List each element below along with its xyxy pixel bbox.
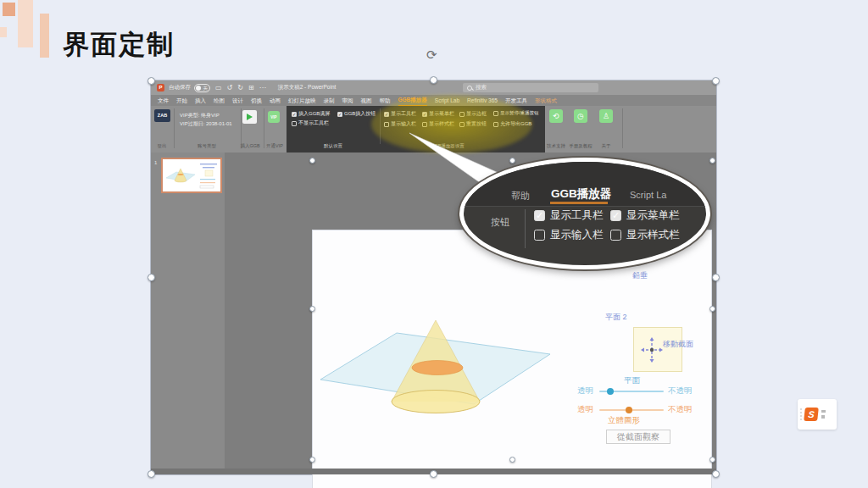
checkbox[interactable]: [292, 112, 297, 117]
checkbox[interactable]: [610, 210, 621, 221]
cone-3d-figure: [313, 307, 567, 488]
group-divider: [622, 108, 623, 148]
tab-draw[interactable]: 绘图: [214, 95, 225, 106]
tab-record[interactable]: 录制: [324, 95, 335, 106]
checkbox[interactable]: [534, 210, 545, 221]
move-section-label: 移動截面: [663, 339, 693, 350]
crosshair-icon: [641, 337, 663, 363]
tab-review[interactable]: 审阅: [342, 95, 353, 106]
default-group-label: 默认设置: [324, 143, 342, 149]
checkbox[interactable]: [610, 230, 621, 241]
powerpoint-icon: P: [157, 84, 164, 92]
selection-handle[interactable]: [430, 76, 437, 84]
selection-handle[interactable]: [712, 77, 720, 85]
callout-checkbox-show-inputbar[interactable]: 显示输入栏: [534, 228, 604, 242]
deco-bar: [40, 14, 49, 58]
tab-animations[interactable]: 动画: [270, 95, 281, 106]
vip-type-text: VIP类型: 终身VIP: [180, 112, 220, 119]
group-divider: [174, 108, 175, 148]
redo-icon[interactable]: ↻: [237, 84, 243, 92]
account-avatar[interactable]: ZAB: [154, 109, 170, 122]
autosave-toggle[interactable]: 关: [194, 84, 210, 92]
selection-handle[interactable]: [147, 470, 155, 478]
callout-checkbox-show-toolbar[interactable]: 显示工具栏: [534, 208, 604, 223]
save-icon[interactable]: ▭: [215, 84, 222, 92]
insert-ggb-button[interactable]: [242, 110, 257, 124]
object-handle[interactable]: [709, 158, 715, 164]
watermark-logo: S: [804, 408, 819, 421]
autosave-label: 自动保存: [169, 84, 191, 92]
selection-handle[interactable]: [147, 77, 155, 85]
tab-help[interactable]: 帮助: [380, 95, 391, 106]
tab-design[interactable]: 设计: [232, 95, 243, 106]
solid-slider-knob[interactable]: [626, 407, 632, 413]
deco-bar: [3, 3, 15, 16]
tab-home[interactable]: 开始: [176, 95, 187, 106]
manual-button[interactable]: ◷: [574, 109, 587, 123]
watermark-marks: [821, 410, 826, 419]
checkbox-ggb-insert-button[interactable]: GGB插入按钮: [337, 110, 376, 118]
tab-slideshow[interactable]: 幻灯片放映: [288, 95, 316, 106]
deco-bar: [0, 27, 7, 37]
upgrade-vip-button[interactable]: VIP: [268, 111, 280, 123]
callout-clipped-text: 按钮: [491, 216, 509, 229]
support-label: 技术支持: [547, 143, 565, 149]
search-input[interactable]: 搜索: [463, 83, 598, 92]
object-handle[interactable]: [509, 158, 515, 164]
slide: 界面定制 ⟳ P 自动保存 关 ▭ ↺ ↻ ⊞ ⋯ 演示文稿2 - PowerP…: [0, 0, 868, 488]
slide-thumbnail[interactable]: [161, 158, 222, 193]
tab-insert[interactable]: 插入: [195, 95, 206, 106]
watermark: S: [798, 399, 837, 430]
tab-file[interactable]: 文件: [158, 95, 169, 106]
slide-thumbnail-pane: 1: [151, 152, 225, 474]
checkbox-hide-toolbar[interactable]: 不显示工具栏: [292, 119, 329, 127]
callout-checkbox-show-menubar[interactable]: 显示菜单栏: [610, 208, 680, 223]
callout-tab-ggb-player: GGB播放器: [551, 186, 611, 202]
about-button[interactable]: ♙: [599, 109, 613, 123]
object-handle[interactable]: [309, 306, 315, 312]
object-handle[interactable]: [309, 158, 315, 164]
object-handle[interactable]: [709, 306, 715, 312]
manual-label: 手册及教程: [569, 143, 593, 149]
plane-slider-knob[interactable]: [607, 388, 614, 395]
object-handle[interactable]: [309, 457, 315, 463]
plane-opaque-label: 不透明: [668, 385, 693, 396]
plane-transparent-label: 透明: [577, 385, 593, 396]
group-divider: [264, 108, 264, 148]
plane2-label: 平面 2: [605, 312, 627, 323]
about-icon: ♙: [603, 113, 609, 120]
support-button[interactable]: ⟲: [549, 109, 563, 123]
toggle-knob: [196, 86, 201, 91]
present-icon[interactable]: ⊞: [248, 84, 254, 92]
slide-number: 1: [154, 160, 157, 165]
thumbnail-preview: [163, 159, 220, 191]
magnifier-callout: 帮助 GGB播放器 Script La 按钮 显示工具栏 显示菜单栏 显示输入栏…: [459, 158, 710, 269]
tab-transitions[interactable]: 切换: [251, 95, 262, 106]
move-section-box[interactable]: 移動截面: [633, 327, 682, 372]
callout-checkbox-show-stylebar[interactable]: 显示样式栏: [610, 228, 680, 242]
vip-expiry-text: VIP过期日: 2038-01-01: [180, 120, 232, 128]
checkbox[interactable]: [337, 112, 342, 117]
tab-view[interactable]: 视图: [361, 95, 372, 106]
view-from-section-button[interactable]: 從截面觀察: [606, 430, 670, 444]
object-handle[interactable]: [509, 457, 515, 463]
checkbox[interactable]: [534, 230, 545, 241]
object-handle[interactable]: [709, 457, 715, 463]
ggb-canvas[interactable]: 平面 1 鉛垂 平面 2 移動截面 平面 透明: [312, 230, 712, 488]
more-icon[interactable]: ⋯: [259, 84, 266, 92]
solid-transparent-label: 透明: [577, 404, 593, 415]
selection-handle[interactable]: [712, 470, 720, 478]
selection-handle[interactable]: [147, 274, 155, 281]
checkbox[interactable]: [292, 121, 297, 126]
deco-bar: [18, 0, 33, 47]
logout-button[interactable]: 登出: [158, 143, 167, 149]
tab-shape-format[interactable]: 形状格式: [535, 95, 557, 106]
rotate-handle-icon[interactable]: ⟳: [426, 47, 437, 63]
solid-opaque-label: 不透明: [668, 404, 693, 415]
account-group-label: 账号类型: [198, 143, 216, 149]
undo-icon[interactable]: ↺: [227, 84, 233, 92]
checkbox-insert-fullscreen[interactable]: 插入GGB满屏: [292, 110, 330, 118]
selection-handle[interactable]: [430, 470, 437, 478]
autosave-state: 关: [203, 85, 209, 92]
selection-handle[interactable]: [712, 274, 720, 281]
